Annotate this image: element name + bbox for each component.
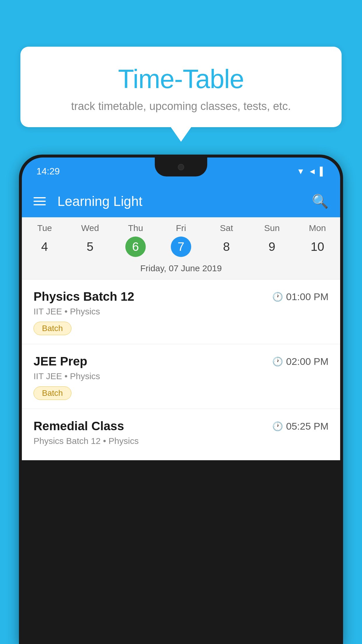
schedule-item-title: Physics Batch 12 xyxy=(34,290,134,304)
day-name-sun: Sun xyxy=(264,223,280,233)
hamburger-line-1 xyxy=(34,197,46,198)
batch-badge: Batch xyxy=(34,386,71,400)
phone-inner: 14:29 ▼ ◄ ▌ Learning Light 🔍 xyxy=(22,158,340,644)
app-title: Learning Light xyxy=(57,193,300,209)
status-time: 14:29 xyxy=(36,166,60,177)
day-name-sat: Sat xyxy=(220,223,233,233)
day-col-wed[interactable]: Wed5 xyxy=(67,223,113,257)
day-name-wed: Wed xyxy=(81,223,99,233)
menu-button[interactable] xyxy=(34,197,46,205)
camera xyxy=(178,164,184,170)
status-bar: 14:29 ▼ ◄ ▌ xyxy=(22,158,340,185)
day-col-thu[interactable]: Thu6 xyxy=(113,223,158,257)
clock-icon: 🕐 xyxy=(272,292,283,302)
day-col-fri[interactable]: Fri7 xyxy=(158,223,204,257)
day-number-8[interactable]: 8 xyxy=(216,237,237,257)
schedule-item-subtitle: IIT JEE • Physics xyxy=(34,371,328,381)
day-col-mon[interactable]: Mon10 xyxy=(295,223,340,257)
day-number-6[interactable]: 6 xyxy=(125,237,146,257)
clock-icon: 🕐 xyxy=(272,421,283,431)
schedule-item-title: Remedial Class xyxy=(34,419,124,433)
schedule-item[interactable]: Remedial Class🕐 05:25 PMPhysics Batch 12… xyxy=(22,409,340,460)
status-icons: ▼ ◄ ▌ xyxy=(297,167,326,176)
day-number-5[interactable]: 5 xyxy=(80,237,100,257)
schedule-item-time: 🕐 05:25 PM xyxy=(272,421,328,432)
app-bar: Learning Light 🔍 xyxy=(22,185,340,217)
schedule-item[interactable]: JEE Prep🕐 02:00 PMIIT JEE • PhysicsBatch xyxy=(22,344,340,409)
day-number-4[interactable]: 4 xyxy=(34,237,55,257)
day-number-10[interactable]: 10 xyxy=(307,237,328,257)
wifi-icon: ▼ xyxy=(297,167,305,176)
hamburger-line-2 xyxy=(34,201,46,202)
speech-bubble-container: Time-Table track timetable, upcoming cla… xyxy=(20,47,342,142)
clock-icon: 🕐 xyxy=(272,356,283,367)
schedule-item-subtitle: IIT JEE • Physics xyxy=(34,307,328,316)
page-subtitle: track timetable, upcoming classes, tests… xyxy=(44,100,318,113)
selected-date-label: Friday, 07 June 2019 xyxy=(22,260,340,279)
schedule-item-time: 🕐 01:00 PM xyxy=(272,291,328,302)
page-title: Time-Table xyxy=(44,64,318,94)
speech-bubble-arrow xyxy=(171,127,191,142)
schedule-container: Physics Batch 12🕐 01:00 PMIIT JEE • Phys… xyxy=(22,279,340,460)
schedule-item-title: JEE Prep xyxy=(34,354,87,368)
phone-frame: 14:29 ▼ ◄ ▌ Learning Light 🔍 xyxy=(19,155,343,644)
day-col-sat[interactable]: Sat8 xyxy=(204,223,249,257)
calendar-section: Tue4Wed5Thu6Fri7Sat8Sun9Mon10 Friday, 07… xyxy=(22,217,340,279)
schedule-item[interactable]: Physics Batch 12🕐 01:00 PMIIT JEE • Phys… xyxy=(22,279,340,344)
schedule-item-header: Remedial Class🕐 05:25 PM xyxy=(34,419,328,433)
schedule-item-header: JEE Prep🕐 02:00 PM xyxy=(34,354,328,368)
day-col-tue[interactable]: Tue4 xyxy=(22,223,67,257)
schedule-item-subtitle: Physics Batch 12 • Physics xyxy=(34,436,328,446)
day-name-fri: Fri xyxy=(176,223,186,233)
day-name-mon: Mon xyxy=(309,223,326,233)
phone-screen: 14:29 ▼ ◄ ▌ Learning Light 🔍 xyxy=(22,158,340,644)
day-name-tue: Tue xyxy=(37,223,52,233)
day-number-9[interactable]: 9 xyxy=(262,237,282,257)
batch-badge: Batch xyxy=(34,322,71,335)
day-name-thu: Thu xyxy=(128,223,143,233)
signal-icon: ◄ xyxy=(308,167,316,176)
battery-icon: ▌ xyxy=(320,167,326,176)
week-days-row: Tue4Wed5Thu6Fri7Sat8Sun9Mon10 xyxy=(22,217,340,260)
schedule-item-header: Physics Batch 12🕐 01:00 PM xyxy=(34,290,328,304)
speech-bubble: Time-Table track timetable, upcoming cla… xyxy=(20,47,342,127)
search-icon[interactable]: 🔍 xyxy=(312,193,328,209)
notch xyxy=(155,158,207,176)
hamburger-line-3 xyxy=(34,204,46,205)
schedule-item-time: 🕐 02:00 PM xyxy=(272,356,328,367)
day-col-sun[interactable]: Sun9 xyxy=(249,223,295,257)
day-number-7[interactable]: 7 xyxy=(171,237,191,257)
